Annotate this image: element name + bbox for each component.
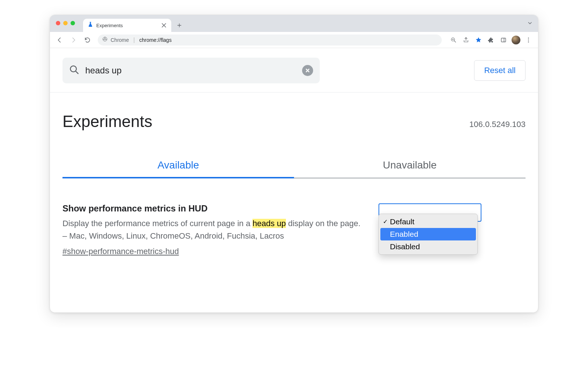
bookmark-star-icon[interactable]	[473, 34, 484, 46]
svg-point-8	[528, 41, 529, 42]
share-icon[interactable]	[460, 34, 472, 46]
flag-anchor-link[interactable]: #show-performance-metrics-hud	[62, 247, 179, 256]
toolbar: Chrome | chrome://flags	[50, 32, 538, 48]
address-separator: |	[133, 37, 135, 43]
flask-icon	[87, 22, 93, 29]
version-text: 106.0.5249.103	[469, 120, 526, 129]
address-path: chrome://flags	[139, 37, 172, 43]
address-origin: Chrome	[111, 37, 129, 43]
minimize-window-button[interactable]	[63, 21, 68, 25]
flag-title: Show performance metrics in HUD	[62, 203, 364, 214]
flag-desc-before: Display the performance metrics of curre…	[62, 219, 252, 228]
dropdown-option-default[interactable]: Default	[380, 215, 476, 228]
menu-button[interactable]	[523, 34, 534, 46]
toolbar-right	[448, 34, 534, 46]
search-highlight: heads up	[252, 219, 286, 228]
extensions-icon[interactable]	[485, 34, 497, 46]
search-box	[62, 58, 320, 83]
flag-dropdown: Default Enabled Disabled	[379, 214, 478, 255]
close-window-button[interactable]	[56, 21, 60, 25]
close-tab-button[interactable]	[161, 22, 167, 28]
dropdown-option-enabled[interactable]: Enabled	[380, 228, 476, 240]
flag-control: Default Enabled Disabled	[379, 203, 481, 255]
clear-search-button[interactable]	[302, 65, 313, 76]
sidepanel-icon[interactable]	[498, 34, 509, 46]
page-content: Reset all Experiments 106.0.5249.103 Ava…	[50, 48, 538, 312]
svg-rect-0	[90, 22, 91, 22]
tab-title: Experiments	[96, 23, 158, 28]
reset-all-button[interactable]: Reset all	[474, 60, 526, 81]
search-input[interactable]	[85, 65, 296, 76]
tab-bar: Experiments	[50, 15, 538, 32]
address-bar[interactable]: Chrome | chrome://flags	[98, 35, 442, 46]
tab-available[interactable]: Available	[62, 159, 294, 178]
tabs-dropdown-button[interactable]	[527, 20, 533, 28]
browser-tab[interactable]: Experiments	[83, 19, 171, 32]
forward-button[interactable]	[68, 34, 79, 46]
svg-point-7	[528, 39, 529, 40]
svg-rect-4	[501, 38, 506, 42]
browser-window: Experiments Chrome | chrome://f	[50, 15, 538, 313]
svg-point-9	[71, 66, 76, 72]
content-tabs: Available Unavailable	[62, 159, 526, 178]
flag-description: Display the performance metrics of curre…	[62, 217, 364, 242]
flag-text: Show performance metrics in HUD Display …	[62, 203, 364, 256]
page-title: Experiments	[62, 112, 153, 131]
dropdown-option-disabled[interactable]: Disabled	[380, 240, 476, 253]
search-icon	[69, 65, 79, 76]
divider	[50, 92, 538, 93]
new-tab-button[interactable]	[174, 20, 184, 30]
flag-item: Show performance metrics in HUD Display …	[62, 203, 526, 256]
svg-point-2	[104, 38, 105, 40]
search-row: Reset all	[62, 58, 526, 83]
svg-point-6	[528, 37, 529, 39]
title-row: Experiments 106.0.5249.103	[62, 112, 526, 131]
zoom-icon[interactable]	[448, 34, 459, 46]
tab-unavailable[interactable]: Unavailable	[294, 159, 526, 178]
window-controls	[56, 21, 75, 25]
back-button[interactable]	[54, 34, 65, 46]
reload-button[interactable]	[82, 34, 93, 46]
chrome-icon	[102, 36, 108, 43]
profile-avatar[interactable]	[512, 36, 520, 44]
maximize-window-button[interactable]	[71, 21, 75, 25]
